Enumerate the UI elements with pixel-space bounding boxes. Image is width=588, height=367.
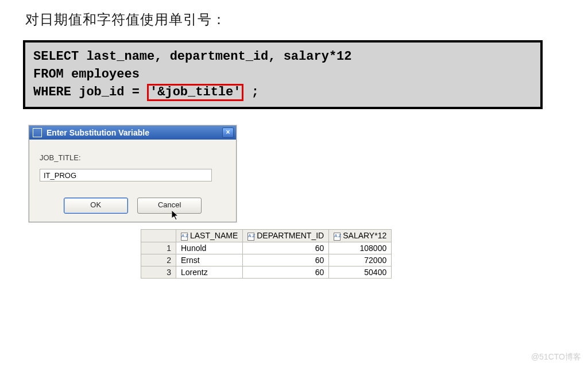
table-row[interactable]: 3 Lorentz 60 50400 [141,266,392,278]
sql-line-1: SELECT last_name, department_id, salary*… [33,48,532,66]
cell-last-name: Lorentz [176,266,243,278]
job-title-input[interactable] [40,169,212,181]
cell-salary: 108000 [329,242,392,254]
header-last-name[interactable]: A ZLAST_NAME [176,230,243,242]
cancel-button[interactable]: Cancel [137,198,202,214]
watermark: @51CTO博客 [531,352,581,362]
cell-rownum: 1 [141,242,176,254]
ok-button[interactable]: OK [64,198,128,214]
dialog-titlebar[interactable]: Enter Substitution Variable × [29,126,236,140]
table-header-row: A ZLAST_NAME A ZDEPARTMENT_ID A ZSALARY*… [141,230,392,242]
cell-salary: 50400 [329,266,392,278]
table-row[interactable]: 2 Ernst 60 72000 [141,254,392,266]
cell-rownum: 2 [141,254,176,266]
sql-where-suffix: ; [243,85,258,99]
sql-line-3: WHERE job_id = '&job_title' ; [33,84,532,102]
sort-icon[interactable]: A Z [181,233,188,241]
cell-last-name: Ernst [176,254,243,266]
header-salary-label: SALARY*12 [343,231,386,240]
cell-department-id: 60 [243,242,329,254]
cell-rownum: 3 [141,266,176,278]
cell-department-id: 60 [243,266,329,278]
sql-where-prefix: WHERE job_id = [33,85,147,99]
dialog-button-row: OK Cancel [40,198,226,214]
sql-substitution-highlight: '&job_title' [147,84,243,101]
page-heading: 对日期值和字符值使用单引号： [0,0,588,29]
sort-icon[interactable]: A Z [334,233,341,241]
result-table: A ZLAST_NAME A ZDEPARTMENT_ID A ZSALARY*… [141,229,392,278]
table-row[interactable]: 1 Hunold 60 108000 [141,242,392,254]
header-department-id-label: DEPARTMENT_ID [257,231,324,240]
sql-line-2: FROM employees [33,66,532,84]
header-department-id[interactable]: A ZDEPARTMENT_ID [243,230,329,242]
header-last-name-label: LAST_NAME [190,231,238,240]
substitution-dialog: Enter Substitution Variable × JOB_TITLE:… [29,125,237,222]
cell-last-name: Hunold [176,242,243,254]
sql-code-block: SELECT last_name, department_id, salary*… [23,40,543,109]
sort-icon[interactable]: A Z [247,233,254,241]
cell-department-id: 60 [243,254,329,266]
field-label-job-title: JOB_TITLE: [40,153,226,162]
dialog-body: JOB_TITLE: OK Cancel [29,140,236,222]
header-salary[interactable]: A ZSALARY*12 [329,230,392,242]
cell-salary: 72000 [329,254,392,266]
header-rownum[interactable] [141,230,176,242]
close-icon[interactable]: × [222,128,234,138]
dialog-title: Enter Substitution Variable [47,128,222,137]
window-icon [33,128,42,137]
